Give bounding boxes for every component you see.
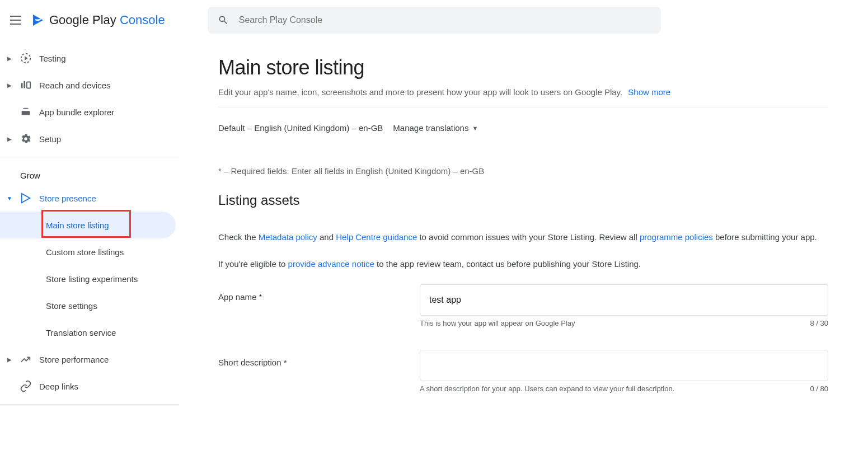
sidebar-subitem-main-listing[interactable]: Main store listing — [0, 212, 176, 238]
metadata-policy-link[interactable]: Metadata policy — [259, 232, 317, 242]
sidebar-sublabel: Custom store listings — [46, 247, 124, 257]
sidebar-item-reach[interactable]: ▶ Reach and devices — [0, 72, 179, 98]
sidebar-item-setup[interactable]: ▶ Setup — [0, 125, 179, 152]
devices-icon — [19, 78, 32, 92]
sidebar-item-deep-links[interactable]: Deep links — [0, 373, 179, 400]
form-row-short-desc: Short description * A short description … — [218, 350, 828, 393]
sidebar-sublabel: Store listing experiments — [46, 274, 138, 284]
programme-policies-link[interactable]: programme policies — [640, 232, 713, 242]
chevron-right-icon: ▶ — [7, 82, 12, 88]
sidebar-item-store-presence[interactable]: ▼ Store presence — [0, 185, 179, 212]
sidebar-subitem-store-settings[interactable]: Store settings — [0, 292, 176, 319]
show-more-link[interactable]: Show more — [628, 87, 670, 97]
svg-rect-3 — [27, 82, 30, 88]
short-desc-label: Short description * — [218, 350, 420, 367]
svg-rect-2 — [24, 81, 25, 88]
sidebar-subitem-translation[interactable]: Translation service — [0, 319, 176, 346]
sidebar-label: Setup — [39, 134, 61, 144]
chevron-right-icon: ▶ — [7, 357, 12, 363]
bundle-icon — [19, 105, 32, 119]
sidebar-label: Deep links — [39, 382, 78, 391]
header: Google Play Console — [0, 0, 868, 40]
gear-icon — [19, 132, 32, 146]
help-centre-link[interactable]: Help Centre guidance — [336, 232, 417, 242]
sidebar-sublabel: Translation service — [46, 328, 116, 337]
logo[interactable]: Google Play Console — [31, 13, 165, 27]
divider — [0, 404, 179, 405]
app-name-counter: 8 / 30 — [810, 319, 828, 327]
svg-point-4 — [24, 109, 25, 110]
form-row-app-name: App name * This is how your app will app… — [218, 284, 828, 327]
section-title: Listing assets — [218, 193, 828, 208]
manage-translations-dropdown[interactable]: Manage translations ▼ — [393, 123, 478, 133]
short-desc-helper: A short description for your app. Users … — [420, 384, 674, 393]
chevron-right-icon: ▶ — [7, 55, 12, 62]
language-label: Default – English (United Kingdom) – en-… — [218, 123, 383, 133]
sidebar-label: Reach and devices — [39, 81, 111, 90]
sidebar-sublabel: Store settings — [46, 301, 97, 311]
search-bar[interactable] — [208, 7, 661, 34]
main-content: Main store listing Edit your app's name,… — [179, 40, 851, 438]
policy-text: Check the Metadata policy and Help Centr… — [218, 231, 828, 244]
play-logo-icon — [31, 13, 45, 27]
brand-play: Google Play — [49, 13, 116, 27]
short-desc-input[interactable] — [420, 350, 828, 381]
page-title: Main store listing — [218, 56, 828, 79]
trend-icon — [19, 353, 32, 366]
app-name-helper: This is how your app will appear on Goog… — [420, 319, 575, 327]
sidebar-item-bundle[interactable]: App bundle explorer — [0, 98, 179, 125]
sidebar-label: App bundle explorer — [39, 107, 114, 117]
sidebar-label: Store presence — [39, 194, 96, 203]
brand-console: Console — [120, 13, 165, 27]
sidebar-subitem-custom-listings[interactable]: Custom store listings — [0, 238, 176, 265]
divider — [218, 107, 828, 107]
sidebar-label: Testing — [39, 54, 66, 63]
short-desc-counter: 0 / 80 — [810, 384, 828, 393]
advance-notice-text: If you're eligible to provide advance no… — [218, 257, 828, 271]
app-name-label: App name * — [218, 284, 420, 302]
sidebar-label: Store performance — [39, 355, 109, 364]
testing-icon — [19, 51, 32, 65]
menu-icon[interactable] — [9, 13, 22, 27]
sidebar-item-store-performance[interactable]: ▶ Store performance — [0, 346, 179, 373]
sidebar-subitem-experiments[interactable]: Store listing experiments — [0, 265, 176, 292]
chevron-down-icon: ▼ — [7, 195, 12, 201]
sidebar: ▶ Testing ▶ Reach and devices App bundle… — [0, 40, 179, 438]
svg-rect-1 — [21, 83, 23, 88]
search-icon — [218, 15, 229, 26]
sidebar-heading-grow: Grow — [0, 162, 179, 185]
sidebar-sublabel: Main store listing — [46, 221, 109, 230]
advance-notice-link[interactable]: provide advance notice — [288, 259, 374, 269]
store-icon — [19, 191, 32, 205]
required-note: * – Required fields. Enter all fields in… — [218, 166, 828, 176]
chevron-down-icon: ▼ — [472, 125, 478, 132]
svg-point-5 — [27, 109, 28, 110]
page-subtitle: Edit your app's name, icon, screenshots … — [218, 87, 828, 97]
link-icon — [19, 379, 32, 393]
app-name-input[interactable] — [420, 284, 828, 316]
divider — [0, 157, 179, 157]
search-input[interactable] — [239, 15, 651, 25]
chevron-right-icon: ▶ — [7, 136, 12, 142]
sidebar-item-testing[interactable]: ▶ Testing — [0, 45, 179, 72]
